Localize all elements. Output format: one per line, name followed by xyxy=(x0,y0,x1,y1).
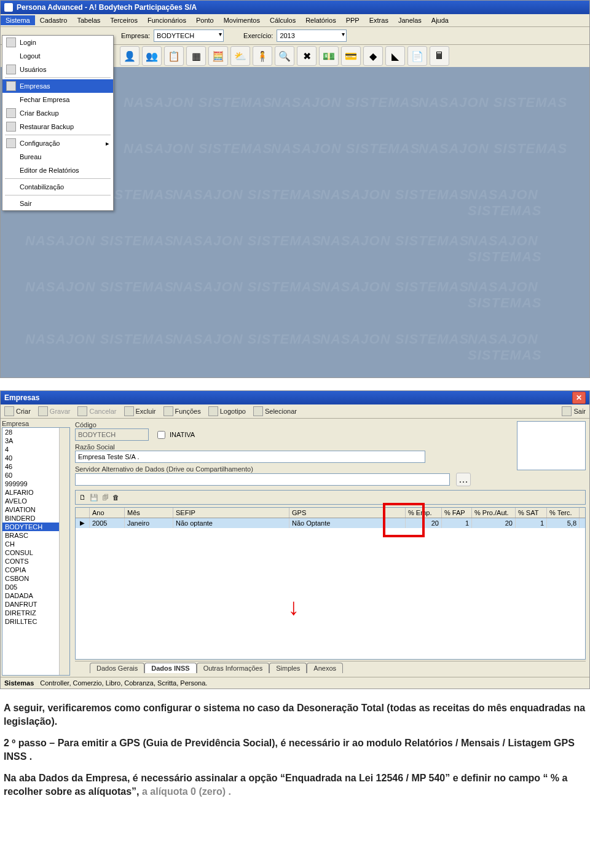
cell-fap[interactable]: 1 xyxy=(442,518,472,528)
toolbar-btn-15[interactable]: 🖩 xyxy=(430,46,449,66)
menu-ajuda[interactable]: Ajuda xyxy=(427,15,454,25)
inativa-input[interactable] xyxy=(157,431,165,439)
tab-simples[interactable]: Simples xyxy=(269,663,307,673)
inativa-checkbox[interactable]: INATIVA xyxy=(155,429,195,441)
list-item-selected[interactable]: BODYTECH xyxy=(2,523,69,531)
col-terc[interactable]: % Terc. xyxy=(547,508,580,518)
selecionar-button[interactable]: Selecionar xyxy=(253,406,297,416)
close-button[interactable]: ✕ xyxy=(572,392,586,404)
toolbar-btn-4[interactable]: ▦ xyxy=(186,46,206,66)
menu-item-logout[interactable]: Logout xyxy=(2,49,113,63)
logotipo-button[interactable]: Logotipo xyxy=(208,406,246,416)
toolbar-btn-5[interactable]: 🧮 xyxy=(208,46,228,66)
servidor-field[interactable] xyxy=(75,473,450,486)
menu-cadastro[interactable]: Cadastro xyxy=(35,15,73,25)
grid-delete-icon[interactable]: 🗑 xyxy=(112,494,119,501)
menu-funcionarios[interactable]: Funcionários xyxy=(143,15,191,25)
toolbar-btn-13[interactable]: ◣ xyxy=(385,46,405,66)
col-proaut[interactable]: % Pro./Aut. xyxy=(472,508,516,518)
list-item[interactable]: 60 xyxy=(2,471,69,479)
col-mes[interactable]: Mês xyxy=(125,508,173,518)
grid-copy-icon[interactable]: 🗐 xyxy=(102,494,109,501)
list-item[interactable]: 46 xyxy=(2,462,69,471)
toolbar-btn-1[interactable]: 👤 xyxy=(120,46,140,66)
list-item[interactable]: COPIA xyxy=(2,566,69,574)
list-item[interactable]: ALFARIO xyxy=(2,488,69,497)
cell-ano[interactable]: 2005 xyxy=(90,518,125,528)
list-item[interactable]: 4 xyxy=(2,445,69,454)
list-item[interactable]: AVIATION xyxy=(2,505,69,514)
razao-field[interactable]: Empresa Teste S/A . xyxy=(75,451,425,463)
list-item[interactable]: BRASC xyxy=(2,531,69,540)
col-fap[interactable]: % FAP xyxy=(442,508,472,518)
list-item[interactable]: 3A xyxy=(2,436,69,445)
cell-terc[interactable]: 5,8 xyxy=(547,518,580,528)
list-item[interactable]: AVELO xyxy=(2,497,69,505)
toolbar-btn-14[interactable]: 📄 xyxy=(407,46,427,66)
grid-new-icon[interactable]: 🗋 xyxy=(79,494,86,501)
menu-item-sair[interactable]: Sair xyxy=(2,197,113,210)
cell-emp[interactable]: 20 xyxy=(406,518,442,528)
inss-grid[interactable]: Ano Mês SEFIP GPS % Emp. % FAP % Pro./Au… xyxy=(75,507,586,660)
menu-item-bureau[interactable]: Bureau xyxy=(2,150,113,164)
cell-sat[interactable]: 1 xyxy=(516,518,547,528)
toolbar-btn-7[interactable]: 🧍 xyxy=(253,46,272,66)
menu-janelas[interactable]: Janelas xyxy=(393,15,427,25)
grid-row[interactable]: ▶ 2005 Janeiro Não optante Não Optante 2… xyxy=(76,518,585,528)
col-sefip[interactable]: SEFIP xyxy=(173,508,289,518)
menu-item-configuracao[interactable]: Configuração▸ xyxy=(2,136,113,150)
menu-relatorios[interactable]: Relatórios xyxy=(301,15,341,25)
toolbar-btn-11[interactable]: 💳 xyxy=(341,46,361,66)
gravar-button[interactable]: Gravar xyxy=(38,406,71,416)
empresa-listbox[interactable]: 28 3A 4 40 46 60 999999 ALFARIO AVELO AV… xyxy=(2,427,70,676)
cell-sefip[interactable]: Não optante xyxy=(173,518,289,528)
excluir-button[interactable]: Excluir xyxy=(124,406,156,416)
menu-item-contabilizacao[interactable]: Contabilização xyxy=(2,180,113,194)
menu-ppp[interactable]: PPP xyxy=(341,15,364,25)
toolbar-btn-6[interactable]: ⛅ xyxy=(230,46,250,66)
tab-dados-inss[interactable]: Dados INSS xyxy=(144,663,196,673)
menu-item-restaurar-backup[interactable]: Restaurar Backup xyxy=(2,120,113,133)
empresa-combo[interactable]: BODYTECH xyxy=(154,30,224,42)
toolbar-btn-8[interactable]: 🔍 xyxy=(275,46,294,66)
menu-item-usuarios[interactable]: Usuários xyxy=(2,63,113,76)
toolbar-btn-3[interactable]: 📋 xyxy=(164,46,184,66)
list-item[interactable]: 28 xyxy=(2,428,69,436)
toolbar-btn-9[interactable]: ✖ xyxy=(297,46,317,66)
sair-button[interactable]: Sair xyxy=(562,406,586,416)
tab-anexos[interactable]: Anexos xyxy=(307,663,343,673)
cell-mes[interactable]: Janeiro xyxy=(125,518,173,528)
tab-dados-gerais[interactable]: Dados Gerais xyxy=(90,663,144,673)
grid-save-icon[interactable]: 💾 xyxy=(90,494,98,502)
list-item[interactable]: CSBON xyxy=(2,574,69,583)
list-item[interactable]: DRILLTEC xyxy=(2,617,69,626)
codigo-field[interactable]: BODYTECH xyxy=(75,428,149,441)
criar-button[interactable]: Criar xyxy=(4,406,31,416)
menu-sistema[interactable]: Sistema xyxy=(1,15,35,25)
col-gps[interactable]: GPS xyxy=(289,508,406,518)
toolbar-btn-2[interactable]: 👥 xyxy=(142,46,162,66)
list-item[interactable]: DADADA xyxy=(2,591,69,600)
list-item[interactable]: CH xyxy=(2,540,69,548)
funcoes-button[interactable]: Funções xyxy=(163,406,201,416)
list-item[interactable]: DANFRUT xyxy=(2,600,69,609)
cancelar-button[interactable]: Cancelar xyxy=(77,406,116,416)
list-item[interactable]: D05 xyxy=(2,583,69,591)
cell-proaut[interactable]: 20 xyxy=(472,518,516,528)
list-item[interactable]: CONTS xyxy=(2,557,69,566)
menu-item-criar-backup[interactable]: Criar Backup xyxy=(2,106,113,120)
menu-tabelas[interactable]: Tabelas xyxy=(72,15,105,25)
menu-movimentos[interactable]: Movimentos xyxy=(219,15,265,25)
col-sat[interactable]: % SAT xyxy=(516,508,547,518)
menu-calculos[interactable]: Cálculos xyxy=(265,15,301,25)
cell-gps[interactable]: Não Optante xyxy=(289,518,406,528)
toolbar-btn-10[interactable]: 💵 xyxy=(319,46,339,66)
menu-terceiros[interactable]: Terceiros xyxy=(105,15,143,25)
col-emp[interactable]: % Emp. xyxy=(406,508,442,518)
toolbar-btn-12[interactable]: ◆ xyxy=(363,46,383,66)
menu-item-fechar-empresa[interactable]: Fechar Empresa xyxy=(2,93,113,106)
menu-item-editor-relatorios[interactable]: Editor de Relatórios xyxy=(2,164,113,177)
list-item[interactable]: 40 xyxy=(2,454,69,462)
menu-ponto[interactable]: Ponto xyxy=(191,15,219,25)
col-ano[interactable]: Ano xyxy=(90,508,125,518)
